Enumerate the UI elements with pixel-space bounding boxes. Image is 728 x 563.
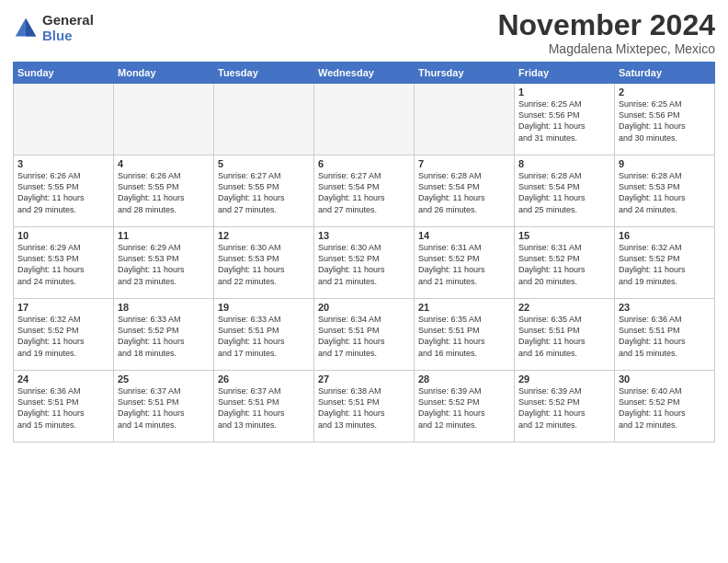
calendar-cell: 23Sunrise: 6:36 AM Sunset: 5:51 PM Dayli… xyxy=(615,299,715,371)
day-info: Sunrise: 6:28 AM Sunset: 5:54 PM Dayligh… xyxy=(518,170,610,215)
calendar-cell xyxy=(114,84,214,155)
calendar-cell: 30Sunrise: 6:40 AM Sunset: 5:52 PM Dayli… xyxy=(615,371,715,442)
calendar-cell: 29Sunrise: 6:39 AM Sunset: 5:52 PM Dayli… xyxy=(515,371,615,442)
calendar-week-4: 17Sunrise: 6:32 AM Sunset: 5:52 PM Dayli… xyxy=(14,299,715,371)
calendar-cell: 12Sunrise: 6:30 AM Sunset: 5:53 PM Dayli… xyxy=(214,227,314,299)
day-number: 22 xyxy=(518,302,610,313)
day-number: 17 xyxy=(17,302,109,313)
calendar-cell: 16Sunrise: 6:32 AM Sunset: 5:52 PM Dayli… xyxy=(615,227,715,299)
day-number: 30 xyxy=(619,373,711,385)
day-number: 28 xyxy=(418,373,510,385)
calendar-cell: 25Sunrise: 6:37 AM Sunset: 5:51 PM Dayli… xyxy=(114,371,214,442)
day-number: 18 xyxy=(118,302,210,313)
month-title: November 2024 xyxy=(497,9,715,41)
weekday-header-tuesday: Tuesday xyxy=(214,63,314,84)
calendar-cell xyxy=(214,84,314,155)
logo-icon xyxy=(13,16,39,41)
svg-marker-1 xyxy=(26,17,36,36)
logo-general: General xyxy=(42,13,94,29)
weekday-header-saturday: Saturday xyxy=(615,63,715,84)
calendar-cell: 7Sunrise: 6:28 AM Sunset: 5:54 PM Daylig… xyxy=(415,155,515,227)
calendar-container: General Blue November 2024 Magdalena Mix… xyxy=(0,0,728,563)
day-number: 26 xyxy=(218,373,310,385)
weekday-header-thursday: Thursday xyxy=(415,63,515,84)
calendar-cell: 14Sunrise: 6:31 AM Sunset: 5:52 PM Dayli… xyxy=(415,227,515,299)
day-info: Sunrise: 6:38 AM Sunset: 5:51 PM Dayligh… xyxy=(318,385,410,431)
day-info: Sunrise: 6:29 AM Sunset: 5:53 PM Dayligh… xyxy=(17,242,109,287)
day-info: Sunrise: 6:27 AM Sunset: 5:55 PM Dayligh… xyxy=(218,170,310,215)
day-number: 2 xyxy=(619,86,711,98)
day-info: Sunrise: 6:32 AM Sunset: 5:52 PM Dayligh… xyxy=(619,242,711,287)
calendar-table: SundayMondayTuesdayWednesdayThursdayFrid… xyxy=(13,62,715,442)
calendar-cell: 8Sunrise: 6:28 AM Sunset: 5:54 PM Daylig… xyxy=(515,155,615,227)
calendar-cell: 18Sunrise: 6:33 AM Sunset: 5:52 PM Dayli… xyxy=(114,299,214,371)
day-number: 8 xyxy=(518,158,610,169)
calendar-cell: 6Sunrise: 6:27 AM Sunset: 5:54 PM Daylig… xyxy=(314,155,415,227)
day-info: Sunrise: 6:33 AM Sunset: 5:51 PM Dayligh… xyxy=(218,314,310,359)
day-number: 14 xyxy=(418,230,510,241)
calendar-week-2: 3Sunrise: 6:26 AM Sunset: 5:55 PM Daylig… xyxy=(14,155,715,227)
day-info: Sunrise: 6:36 AM Sunset: 5:51 PM Dayligh… xyxy=(619,314,711,359)
day-number: 20 xyxy=(318,302,410,313)
day-info: Sunrise: 6:34 AM Sunset: 5:51 PM Dayligh… xyxy=(318,314,410,359)
day-number: 12 xyxy=(218,230,310,241)
calendar-cell: 17Sunrise: 6:32 AM Sunset: 5:52 PM Dayli… xyxy=(14,299,114,371)
calendar-cell: 11Sunrise: 6:29 AM Sunset: 5:53 PM Dayli… xyxy=(114,227,214,299)
day-info: Sunrise: 6:28 AM Sunset: 5:53 PM Dayligh… xyxy=(619,170,711,215)
day-number: 11 xyxy=(118,230,210,241)
day-number: 27 xyxy=(318,373,410,385)
day-info: Sunrise: 6:30 AM Sunset: 5:52 PM Dayligh… xyxy=(318,242,410,287)
calendar-cell: 10Sunrise: 6:29 AM Sunset: 5:53 PM Dayli… xyxy=(14,227,114,299)
calendar-cell: 1Sunrise: 6:25 AM Sunset: 5:56 PM Daylig… xyxy=(515,84,615,155)
day-number: 5 xyxy=(218,158,310,169)
day-number: 6 xyxy=(318,158,410,169)
calendar-cell: 21Sunrise: 6:35 AM Sunset: 5:51 PM Dayli… xyxy=(415,299,515,371)
day-info: Sunrise: 6:39 AM Sunset: 5:52 PM Dayligh… xyxy=(418,385,510,431)
day-info: Sunrise: 6:37 AM Sunset: 5:51 PM Dayligh… xyxy=(118,385,210,431)
day-info: Sunrise: 6:30 AM Sunset: 5:53 PM Dayligh… xyxy=(218,242,310,287)
calendar-week-1: 1Sunrise: 6:25 AM Sunset: 5:56 PM Daylig… xyxy=(14,84,715,155)
calendar-cell: 13Sunrise: 6:30 AM Sunset: 5:52 PM Dayli… xyxy=(314,227,415,299)
day-number: 10 xyxy=(17,230,109,241)
day-number: 29 xyxy=(518,373,610,385)
location-title: Magdalena Mixtepec, Mexico xyxy=(497,41,715,56)
day-number: 3 xyxy=(17,158,109,169)
calendar-cell: 27Sunrise: 6:38 AM Sunset: 5:51 PM Dayli… xyxy=(314,371,415,442)
day-number: 21 xyxy=(418,302,510,313)
day-info: Sunrise: 6:35 AM Sunset: 5:51 PM Dayligh… xyxy=(518,314,610,359)
day-number: 1 xyxy=(518,86,610,98)
day-number: 24 xyxy=(17,373,109,385)
day-info: Sunrise: 6:40 AM Sunset: 5:52 PM Dayligh… xyxy=(619,385,711,431)
day-info: Sunrise: 6:32 AM Sunset: 5:52 PM Dayligh… xyxy=(17,314,109,359)
day-number: 19 xyxy=(218,302,310,313)
calendar-cell: 9Sunrise: 6:28 AM Sunset: 5:53 PM Daylig… xyxy=(615,155,715,227)
day-info: Sunrise: 6:28 AM Sunset: 5:54 PM Dayligh… xyxy=(418,170,510,215)
calendar-cell xyxy=(314,84,415,155)
day-info: Sunrise: 6:25 AM Sunset: 5:56 PM Dayligh… xyxy=(518,98,610,144)
calendar-cell: 19Sunrise: 6:33 AM Sunset: 5:51 PM Dayli… xyxy=(214,299,314,371)
calendar-cell: 20Sunrise: 6:34 AM Sunset: 5:51 PM Dayli… xyxy=(314,299,415,371)
day-info: Sunrise: 6:26 AM Sunset: 5:55 PM Dayligh… xyxy=(17,170,109,215)
logo-text: General Blue xyxy=(42,13,94,43)
day-number: 25 xyxy=(118,373,210,385)
calendar-cell: 3Sunrise: 6:26 AM Sunset: 5:55 PM Daylig… xyxy=(14,155,114,227)
header-row: General Blue November 2024 Magdalena Mix… xyxy=(13,9,715,56)
title-block: November 2024 Magdalena Mixtepec, Mexico xyxy=(497,9,715,56)
calendar-cell: 5Sunrise: 6:27 AM Sunset: 5:55 PM Daylig… xyxy=(214,155,314,227)
day-info: Sunrise: 6:26 AM Sunset: 5:55 PM Dayligh… xyxy=(118,170,210,215)
logo: General Blue xyxy=(13,13,94,43)
calendar-cell: 15Sunrise: 6:31 AM Sunset: 5:52 PM Dayli… xyxy=(515,227,615,299)
day-info: Sunrise: 6:27 AM Sunset: 5:54 PM Dayligh… xyxy=(318,170,410,215)
calendar-week-3: 10Sunrise: 6:29 AM Sunset: 5:53 PM Dayli… xyxy=(14,227,715,299)
calendar-cell xyxy=(14,84,114,155)
weekday-header-friday: Friday xyxy=(515,63,615,84)
weekday-header-sunday: Sunday xyxy=(14,63,114,84)
day-number: 23 xyxy=(619,302,711,313)
weekday-header-wednesday: Wednesday xyxy=(314,63,415,84)
calendar-cell: 26Sunrise: 6:37 AM Sunset: 5:51 PM Dayli… xyxy=(214,371,314,442)
calendar-cell: 24Sunrise: 6:36 AM Sunset: 5:51 PM Dayli… xyxy=(14,371,114,442)
day-number: 13 xyxy=(318,230,410,241)
day-number: 9 xyxy=(619,158,711,169)
day-info: Sunrise: 6:39 AM Sunset: 5:52 PM Dayligh… xyxy=(518,385,610,431)
day-number: 15 xyxy=(518,230,610,241)
